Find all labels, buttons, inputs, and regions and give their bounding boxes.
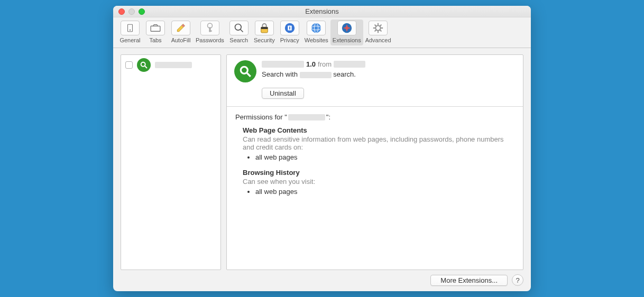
tab-label: Advanced bbox=[365, 37, 391, 43]
advanced-icon bbox=[369, 21, 388, 35]
tabs-icon bbox=[146, 21, 165, 35]
tab-label: Tabs bbox=[149, 37, 161, 43]
tab-passwords[interactable]: Passwords bbox=[194, 20, 226, 45]
extension-name-redacted bbox=[288, 114, 325, 120]
svg-rect-9 bbox=[261, 27, 268, 29]
tab-label: Passwords bbox=[196, 37, 224, 43]
titlebar: Extensions bbox=[113, 6, 531, 17]
permission-title: Web Page Contents bbox=[243, 126, 514, 134]
permissions-section: Permissions for " ": Web Page Contents C… bbox=[227, 107, 523, 209]
window-controls bbox=[113, 8, 145, 15]
tab-label: Extensions bbox=[333, 37, 361, 43]
autofill-icon bbox=[171, 21, 190, 35]
tab-general[interactable]: General bbox=[117, 20, 143, 45]
svg-rect-2 bbox=[151, 26, 160, 31]
svg-line-25 bbox=[375, 30, 376, 32]
extension-icon bbox=[137, 58, 151, 72]
privacy-icon bbox=[280, 21, 299, 35]
detail-header-section: 1.0 from Search with search. bbox=[227, 55, 523, 107]
tab-tabs[interactable]: Tabs bbox=[143, 20, 168, 45]
help-button[interactable]: ? bbox=[512, 274, 523, 286]
content-area: 1.0 from Search with search. bbox=[113, 48, 531, 291]
tab-label: Search bbox=[229, 37, 248, 43]
zoom-button[interactable] bbox=[139, 8, 145, 15]
close-button[interactable] bbox=[118, 8, 125, 15]
tab-label: Websites bbox=[305, 37, 328, 43]
extension-list-item[interactable] bbox=[121, 55, 220, 75]
minimize-button[interactable] bbox=[128, 8, 135, 15]
tab-websites[interactable]: Websites bbox=[302, 20, 330, 45]
svg-rect-5 bbox=[209, 31, 211, 32]
permission-group: Browsing History Can see when you visit:… bbox=[243, 169, 514, 196]
svg-point-18 bbox=[376, 25, 381, 30]
preferences-window: Extensions General Tabs AutoFill Passwo bbox=[113, 6, 531, 291]
search-icon bbox=[229, 21, 249, 35]
enable-checkbox[interactable] bbox=[125, 61, 133, 69]
permission-item: all web pages bbox=[255, 188, 514, 196]
extension-name-redacted bbox=[262, 61, 304, 68]
general-icon bbox=[121, 21, 140, 35]
svg-point-1 bbox=[130, 30, 131, 31]
extension-title-line: 1.0 from bbox=[262, 60, 516, 68]
tab-label: Security bbox=[254, 37, 275, 43]
svg-point-27 bbox=[141, 62, 145, 67]
svg-line-26 bbox=[380, 25, 382, 26]
search-provider-redacted bbox=[300, 72, 332, 78]
tab-extensions[interactable]: Extensions bbox=[330, 20, 363, 45]
security-icon bbox=[255, 21, 274, 35]
tab-advanced[interactable]: Advanced bbox=[363, 20, 393, 45]
extension-icon-large bbox=[234, 60, 256, 82]
more-extensions-button[interactable]: More Extensions... bbox=[430, 275, 508, 286]
tab-search[interactable]: Search bbox=[226, 20, 252, 45]
svg-point-6 bbox=[235, 24, 241, 31]
permission-group: Web Page Contents Can read sensitive inf… bbox=[243, 126, 514, 161]
extension-detail: 1.0 from Search with search. bbox=[226, 54, 523, 270]
tab-label: General bbox=[119, 37, 140, 43]
tab-privacy[interactable]: Privacy bbox=[277, 20, 302, 45]
from-label: from bbox=[318, 60, 332, 68]
tab-label: AutoFill bbox=[171, 37, 191, 43]
extension-author-redacted bbox=[334, 61, 365, 68]
extension-description: Search with search. bbox=[262, 70, 516, 78]
svg-point-29 bbox=[241, 67, 247, 73]
svg-line-7 bbox=[240, 30, 243, 32]
permission-subtitle: Can see when you visit: bbox=[243, 178, 514, 185]
permissions-heading: Permissions for " ": bbox=[235, 113, 514, 121]
split-panes: 1.0 from Search with search. bbox=[121, 54, 523, 270]
footer-bar: More Extensions... ? bbox=[121, 274, 523, 286]
preferences-toolbar: General Tabs AutoFill Passwords Search bbox=[113, 17, 531, 48]
extension-name-redacted bbox=[155, 62, 192, 68]
uninstall-button[interactable]: Uninstall bbox=[262, 88, 304, 99]
passwords-icon bbox=[200, 21, 219, 35]
svg-point-13 bbox=[311, 23, 321, 33]
permission-title: Browsing History bbox=[243, 169, 514, 177]
extension-version: 1.0 bbox=[306, 60, 316, 68]
svg-line-24 bbox=[380, 30, 382, 32]
permission-subtitle: Can read sensitive information from web … bbox=[243, 135, 514, 151]
extensions-list bbox=[121, 54, 221, 270]
permission-item: all web pages bbox=[255, 153, 514, 161]
svg-line-23 bbox=[375, 25, 376, 26]
tab-autofill[interactable]: AutoFill bbox=[168, 20, 194, 45]
svg-line-30 bbox=[247, 73, 251, 77]
window-title: Extensions bbox=[113, 7, 531, 15]
svg-line-28 bbox=[145, 66, 147, 68]
extensions-icon bbox=[337, 21, 356, 35]
tab-label: Privacy bbox=[280, 37, 299, 43]
websites-icon bbox=[307, 21, 326, 35]
tab-security[interactable]: Security bbox=[252, 20, 277, 45]
